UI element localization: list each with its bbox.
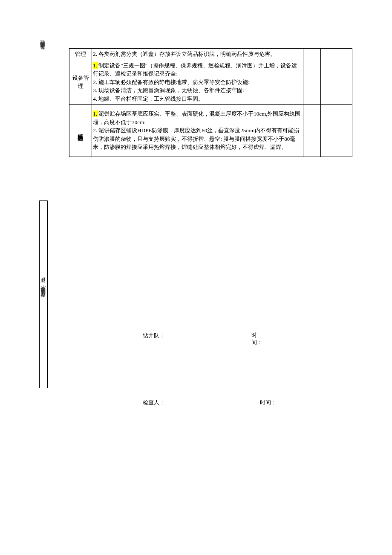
cell-content-management: 2. 各类药剂需分类（遮盖）存放并设立药品标识牌，明确药品性质与危害。 [92, 49, 303, 60]
cell-content-equipment: 1. 制定设备"三规一图"（操作规程、保养规程、巡检规程、润滑图）并上增，设备运… [92, 60, 303, 105]
text-segment: 2. 施工车辆必须配备有效的静电接地带、防火罩等安全防护设施: [93, 79, 250, 85]
table-row: 设备管理 1. 制定设备"三规一图"（操作规程、保养规程、巡检规程、润滑图）并上… [69, 60, 352, 105]
cell-cat-mudcake: 泥侨贮存场区 [69, 105, 92, 157]
highlight: 1. [93, 62, 98, 69]
cell-extra [303, 60, 321, 105]
side-label-facilities: 各设施药物管理 [39, 48, 46, 54]
cell-sub-equipment: 设备管理 [69, 60, 92, 105]
inspection-table: 管理 2. 各类药剂需分类（遮盖）存放并设立药品标识牌，明确药品性质与危害。 设… [69, 48, 352, 157]
table-row: 泥侨贮存场区 1. 泥饼贮存场区基底应压实、平整、表面硬化，混凝土厚度不小于10… [69, 105, 352, 157]
signature-row-inspector: 检查人： 时间： [143, 399, 313, 407]
cell-sub-management: 管理 [69, 49, 92, 60]
text-segment: 制定设备"三规一图"（操作规程、保养规程、巡检规程、润滑图）并上增，设备运行记录… [93, 62, 297, 77]
cell-extra [321, 49, 352, 60]
signature-row-team: 钻井队： 时间： [143, 332, 313, 340]
cell-extra [303, 105, 321, 157]
text-segment: 3. 现场设备清洁，无跑冒滴漏现象，无锈蚀、各部件连接牢固: [93, 87, 244, 93]
inspector-label: 检查人： [143, 399, 165, 407]
text-segment: 泥饼贮存场区基底应压实、平整、表面硬化，混凝土厚度不小于10cm,外围应构筑围堰… [93, 110, 300, 125]
cell-content-mudcake: 1. 泥饼贮存场区基底应压实、平整、表面硬化，混凝土厚度不小于10cm,外围应构… [92, 105, 303, 157]
time-label: 时间： [260, 399, 277, 407]
cell-extra [321, 60, 352, 105]
team-label: 钻井队： [143, 332, 165, 340]
cell-extra [303, 49, 321, 60]
highlight: 1. [93, 110, 98, 117]
text-segment: 2. 泥饼储存区铺设HDPE防渗膜，厚度应达到60丝，垂直深度25mm内不得有有… [93, 127, 299, 150]
side-label-issues: 存在问题及整改要求·评估 [39, 200, 48, 388]
time-label: 时间： [251, 332, 260, 346]
cell-extra [321, 105, 352, 157]
table-row: 管理 2. 各类药剂需分类（遮盖）存放并设立药品标识牌，明确药品性质与危害。 [69, 49, 352, 60]
text-segment: 4. 地罐、平台栏杆固定，工艺管线接口牢固。 [93, 96, 204, 102]
